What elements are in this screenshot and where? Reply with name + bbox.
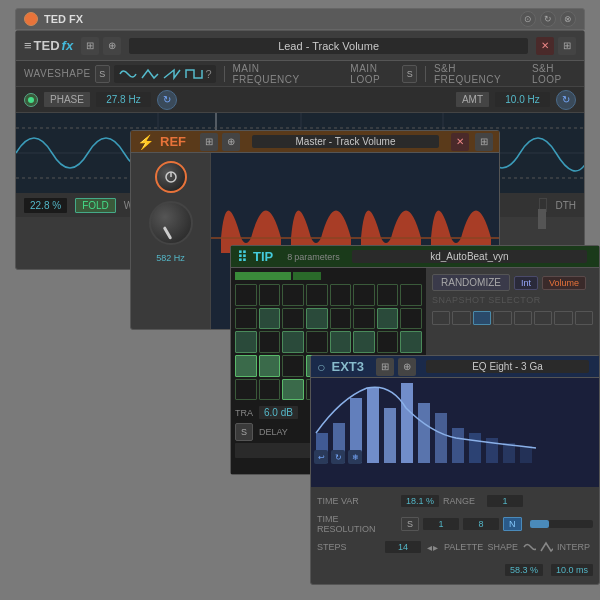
tip-preset[interactable]: kd_AutoBeat_vyn — [352, 250, 587, 263]
step-cell[interactable] — [377, 284, 399, 306]
snap-1[interactable] — [432, 311, 450, 325]
s-btn-1[interactable]: S — [95, 65, 110, 83]
step-cell[interactable] — [235, 308, 257, 330]
snap-2[interactable] — [452, 311, 470, 325]
db-value[interactable]: 6.0 dB — [259, 406, 298, 419]
interp-label: INTERP — [557, 542, 593, 552]
scrollbar-thumb[interactable] — [538, 209, 546, 229]
step-cell[interactable] — [400, 284, 422, 306]
step-cell-lit[interactable] — [282, 379, 304, 401]
ref-power-btn[interactable] — [155, 161, 187, 193]
ref-resize[interactable]: ⊞ — [475, 133, 493, 151]
interp-value-2[interactable]: 10.0 ms — [551, 564, 593, 576]
step-cell-active[interactable] — [306, 308, 328, 330]
time-res-n[interactable]: N — [503, 517, 522, 531]
time-res-row: TIME RESOLUTION S 1 8 N — [317, 514, 593, 534]
ref-name: REF — [160, 134, 186, 149]
step-cell[interactable] — [330, 284, 352, 306]
step-cell[interactable] — [400, 308, 422, 330]
palette-wave-2[interactable] — [540, 541, 553, 553]
range-value[interactable]: 1 — [487, 495, 523, 507]
wave-sine[interactable] — [118, 67, 138, 81]
ref-preset[interactable]: Master - Track Volume — [252, 135, 439, 148]
ref-icon-1[interactable]: ⊞ — [200, 133, 218, 151]
step-cell[interactable] — [235, 379, 257, 401]
step-cell-lit[interactable] — [259, 355, 281, 377]
scrollbar[interactable] — [539, 198, 547, 212]
ext3-icon-1[interactable]: ⊞ — [376, 358, 394, 376]
phase-led[interactable] — [24, 93, 38, 107]
step-cell[interactable] — [282, 355, 304, 377]
step-cell-active[interactable] — [330, 331, 352, 353]
wave-saw[interactable] — [162, 67, 182, 81]
step-cell[interactable] — [235, 284, 257, 306]
int-btn[interactable]: Int — [514, 276, 538, 290]
step-cell-active[interactable] — [235, 331, 257, 353]
interp-value-1[interactable]: 58.3 % — [505, 564, 543, 576]
vol-btn[interactable]: Volume — [542, 276, 586, 290]
step-cell[interactable] — [259, 331, 281, 353]
snap-5[interactable] — [514, 311, 532, 325]
wave-square[interactable] — [184, 67, 204, 81]
arrow-right[interactable]: ▸ — [433, 542, 438, 553]
time-res-val1[interactable]: 1 — [423, 518, 459, 530]
fold-btn[interactable]: FOLD — [75, 198, 116, 213]
randomize-btn[interactable]: RANDOMIZE — [432, 274, 510, 291]
os-btn-2[interactable]: ↻ — [540, 11, 556, 27]
step-cell[interactable] — [353, 284, 375, 306]
step-cell-active[interactable] — [353, 331, 375, 353]
snapshot-label: SNAPSHOT SELECTOR — [432, 295, 593, 305]
time-res-val8[interactable]: 8 — [463, 518, 499, 530]
wave-tri[interactable] — [140, 67, 160, 81]
svg-rect-18 — [401, 383, 413, 463]
ted-preset-2[interactable]: ⊞ — [558, 37, 576, 55]
step-cell-active[interactable] — [259, 308, 281, 330]
ref-icon-2[interactable]: ⊕ — [222, 133, 240, 151]
ted-preset-x[interactable]: ✕ — [536, 37, 554, 55]
ext3-preset[interactable]: EQ Eight - 3 Ga — [426, 360, 589, 373]
step-cell[interactable] — [353, 308, 375, 330]
arrow-left[interactable]: ◂ — [427, 542, 432, 553]
ref-close[interactable]: ✕ — [451, 133, 469, 151]
palette-wave-1[interactable] — [523, 541, 536, 553]
ref-knob[interactable] — [149, 201, 193, 245]
amt-value[interactable]: 10.0 Hz — [495, 92, 550, 107]
ted-toolbar-icon-1[interactable]: ⊞ — [81, 37, 99, 55]
step-cell[interactable] — [330, 308, 352, 330]
s-btn-2[interactable]: S — [402, 65, 417, 83]
os-btn-1[interactable]: ⊙ — [520, 11, 536, 27]
step-cell[interactable] — [259, 284, 281, 306]
step-cell[interactable] — [282, 308, 304, 330]
step-cell-active[interactable] — [400, 331, 422, 353]
wave-random[interactable]: ? — [206, 68, 212, 80]
eq-visual: ↩ ↻ ❄ — [311, 378, 599, 487]
step-cell[interactable] — [306, 284, 328, 306]
ted-preset-controls: ✕ ⊞ — [536, 37, 576, 55]
time-var-value[interactable]: 18.1 % — [401, 495, 439, 507]
snap-8[interactable] — [575, 311, 593, 325]
snap-7[interactable] — [554, 311, 572, 325]
phase-value[interactable]: 27.8 Hz — [96, 92, 151, 107]
steps-value[interactable]: 14 — [385, 541, 421, 553]
step-cell[interactable] — [306, 331, 328, 353]
os-btn-3[interactable]: ⊗ — [560, 11, 576, 27]
time-res-bar[interactable] — [530, 520, 593, 528]
ted-preset-bar[interactable]: Lead - Track Volume — [129, 38, 528, 54]
snap-3-active[interactable] — [473, 311, 491, 325]
snap-4[interactable] — [493, 311, 511, 325]
step-cell[interactable] — [259, 379, 281, 401]
amt-loop-btn[interactable]: ↻ — [556, 90, 576, 110]
phase-loop-btn[interactable]: ↻ — [157, 90, 177, 110]
ted-toolbar-icon-2[interactable]: ⊕ — [103, 37, 121, 55]
step-cell-active[interactable] — [282, 331, 304, 353]
step-cell-lit[interactable] — [235, 355, 257, 377]
step-cell[interactable] — [282, 284, 304, 306]
snap-6[interactable] — [534, 311, 552, 325]
time-res-s[interactable]: S — [401, 517, 419, 531]
step-cell[interactable] — [377, 331, 399, 353]
os-close-btn[interactable] — [24, 12, 38, 26]
step-cell-active[interactable] — [377, 308, 399, 330]
ext3-icon-2[interactable]: ⊕ — [398, 358, 416, 376]
time-res-label: TIME RESOLUTION — [317, 514, 397, 534]
delay-s-btn[interactable]: S — [235, 423, 253, 441]
